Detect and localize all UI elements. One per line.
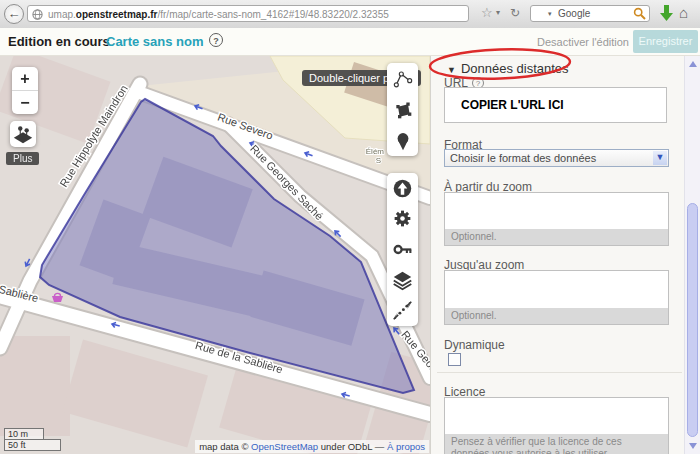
- edit-toolbar: [387, 173, 418, 326]
- scroll-down-icon[interactable]: [689, 443, 697, 449]
- save-button[interactable]: Enregistrer: [633, 30, 698, 53]
- back-button[interactable]: ←: [4, 4, 24, 24]
- map-tiles: Rue Hippolyte Maindron Rue Severo Rue Ge…: [0, 56, 430, 454]
- panel-scrollbar[interactable]: [684, 56, 700, 454]
- scrollbar-thumb[interactable]: [687, 203, 698, 437]
- bookmark-caret-icon[interactable]: ▾: [496, 8, 500, 17]
- measure-distances-icon[interactable]: [392, 300, 413, 321]
- format-select[interactable]: Choisir le format des données ▼: [444, 149, 669, 167]
- attribution-text: under ODbL —: [321, 441, 385, 452]
- zoom-control: + −: [12, 67, 38, 114]
- browser-toolbar: ← umap.openstreetmap.fr/fr/map/carte-san…: [0, 0, 700, 29]
- licence-hint: Pensez à vérifier que la licence de ces …: [445, 434, 668, 454]
- format-selected-value: Choisir le format des données: [450, 152, 596, 164]
- licence-field: Pensez à vérifier que la licence de ces …: [444, 397, 669, 454]
- search-input[interactable]: g ▾ Google: [530, 5, 650, 22]
- zoom-out-button[interactable]: −: [12, 91, 38, 114]
- search-engine-icon[interactable]: g: [534, 8, 545, 19]
- map-pins-layers-icon: [12, 123, 34, 145]
- map-settings-gear-icon[interactable]: [392, 208, 413, 229]
- scale-bar-imperial: 50 ft: [4, 439, 61, 451]
- search-magnifier-icon[interactable]: [633, 7, 646, 20]
- import-data-icon[interactable]: [392, 178, 413, 199]
- manage-layers-icon[interactable]: [392, 270, 413, 291]
- disable-edit-link[interactable]: Desactiver l'édition: [533, 36, 629, 48]
- remote-url-input[interactable]: [444, 87, 667, 123]
- collapse-triangle-icon[interactable]: ▼: [447, 65, 456, 75]
- scroll-up-icon[interactable]: [689, 61, 697, 67]
- to-zoom-field: Optionnel.: [444, 270, 669, 325]
- school-label: Élém: [366, 147, 385, 156]
- search-engine-label: Google: [558, 8, 590, 19]
- divider: [437, 372, 682, 373]
- dynamic-label: Dynamique: [444, 338, 505, 352]
- from-zoom-hint: Optionnel.: [445, 229, 668, 245]
- search-engine-caret-icon[interactable]: ▾: [548, 10, 552, 18]
- draw-polyline-icon[interactable]: [393, 69, 413, 89]
- address-bar[interactable]: umap.openstreetmap.fr/fr/map/carte-sans-…: [27, 5, 469, 22]
- permissions-key-icon[interactable]: [392, 239, 413, 260]
- draw-toolbar: [387, 63, 418, 156]
- umap-editor-bar: Edition en cours Carte sans nom ? Desact…: [0, 28, 700, 56]
- bookmark-star-icon[interactable]: ☆: [481, 5, 493, 20]
- home-icon[interactable]: ⌂: [679, 4, 688, 21]
- url-subdomain: umap.: [48, 9, 76, 20]
- zoom-in-button[interactable]: +: [12, 67, 38, 91]
- map-attribution: map data © OpenStreetMap under ODbL — À …: [195, 440, 429, 453]
- download-arrow-icon[interactable]: [659, 5, 674, 22]
- from-zoom-field: Optionnel.: [444, 192, 669, 246]
- draw-marker-icon[interactable]: [393, 131, 413, 151]
- school-label: S: [376, 156, 381, 165]
- about-link[interactable]: À propos: [387, 441, 425, 452]
- panel-title-text: Données distantes: [461, 61, 569, 76]
- draw-polygon-icon[interactable]: [393, 100, 413, 120]
- attribution-text: map data ©: [199, 441, 248, 452]
- help-icon[interactable]: ?: [209, 33, 223, 47]
- dynamic-checkbox[interactable]: [448, 353, 461, 366]
- remote-data-panel: ▼Données distantes URL ? Format Choisir …: [430, 56, 700, 454]
- url-domain: openstreetmap.fr: [76, 9, 158, 20]
- tile-layers-button[interactable]: [10, 121, 36, 147]
- to-zoom-hint: Optionnel.: [445, 308, 668, 324]
- to-zoom-input[interactable]: [445, 271, 668, 308]
- reload-icon[interactable]: ↻: [510, 6, 520, 20]
- select-chevron-icon[interactable]: ▼: [653, 151, 667, 165]
- site-globe-icon: [32, 9, 43, 20]
- licence-input[interactable]: [445, 398, 668, 434]
- panel-title[interactable]: ▼Données distantes: [447, 61, 569, 76]
- map-name-link[interactable]: Carte sans nom: [106, 34, 204, 49]
- url-path: /fr/map/carte-sans-nom_4162#19/48.83220/…: [157, 9, 388, 20]
- from-zoom-input[interactable]: [445, 193, 668, 229]
- map-canvas[interactable]: Rue Hippolyte Maindron Rue Severo Rue Ge…: [0, 56, 430, 454]
- osm-link[interactable]: OpenStreetMap: [251, 441, 318, 452]
- more-controls-label[interactable]: Plus: [6, 152, 39, 165]
- edit-status-label: Edition en cours: [8, 34, 110, 49]
